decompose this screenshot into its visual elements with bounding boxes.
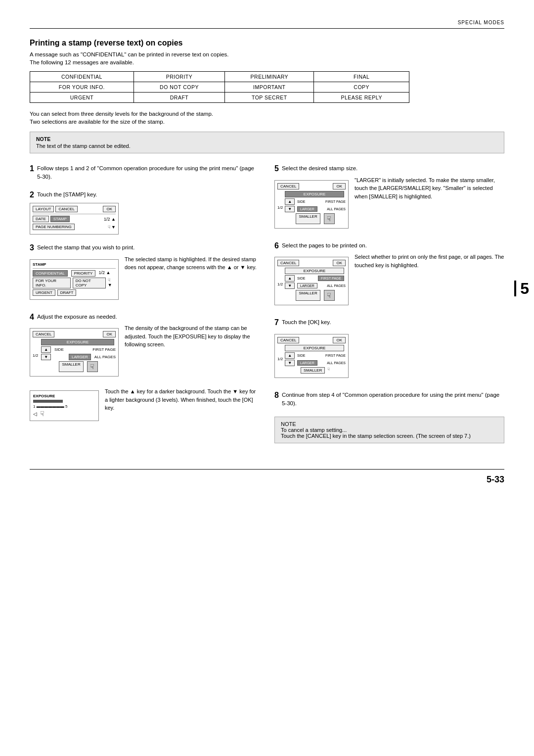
exp-slider: ◁ — [33, 411, 37, 417]
for-your-info-btn: FOR YOUR INFO. — [33, 278, 71, 288]
urgent-btn-s3: URGENT — [33, 289, 55, 296]
step-2-number: 2 — [30, 190, 34, 199]
all-pages-s4a: ALL PAGES — [94, 355, 116, 359]
page-ind-s3: 1/2 ▲ — [98, 270, 110, 277]
step-1-text: Follow steps 1 and 2 of "Common operatio… — [37, 164, 260, 182]
note-bottom-title: NOTE — [281, 421, 498, 427]
half-s6: 1/2 — [277, 282, 283, 286]
stamp-option-cell: IMPORTANT — [225, 82, 314, 93]
exposure-s6: EXPOSURE — [285, 268, 344, 274]
cancel-s4a: CANCEL — [33, 331, 54, 337]
stamp-option-cell: DO NOT COPY — [134, 82, 224, 93]
hand-icon-s4a: ☟ — [87, 361, 98, 372]
ok-s7: OK — [333, 337, 346, 343]
larger-s4a: LARGER — [69, 354, 91, 360]
smaller-s7: SMALLER — [301, 367, 325, 374]
step-1: 1 Follow steps 1 and 2 of "Common operat… — [30, 164, 260, 182]
step-8: 8 Continue from step 4 of "Common operat… — [274, 391, 504, 408]
down-s6: ▼ — [285, 283, 295, 289]
larger-s6: LARGER — [297, 283, 317, 288]
half-s7: 1/2 — [277, 357, 283, 361]
all-pages-s6: ALL PAGES — [327, 284, 346, 287]
step-5: 5 Select the desired stamp size. CANCEL … — [274, 164, 504, 233]
step-4-number: 4 — [30, 313, 34, 322]
page-title: Printing a stamp (reverse text) on copie… — [30, 39, 504, 47]
exposure-s7: EXPOSURE — [285, 345, 344, 351]
hand-s5: ☟ — [324, 213, 335, 224]
step-4: 4 Adjust the exposure as needed. CANCEL … — [30, 313, 260, 425]
stamp-option-cell: CONFIDENTIAL — [30, 72, 134, 82]
step-2-mockup: LAYOUT CANCEL OK DATE STAMP 1/2 ▲ PAGE N… — [30, 203, 119, 235]
chapter-marker: 5 — [514, 281, 529, 296]
stamp-option-cell: PRELIMINARY — [225, 72, 314, 82]
stamp-option-cell: DRAFT — [134, 93, 224, 103]
side-s6: SIDE — [297, 277, 305, 280]
step-7: 7 Touch the [OK] key. CANCEL OK 1/2 EXPO… — [274, 318, 504, 382]
exposure-bar — [33, 400, 63, 403]
intro-line-2: The following 12 messages are available. — [30, 59, 504, 65]
stamp-option-cell: PRIORITY — [134, 72, 224, 82]
smaller-s4a: SMALLER — [59, 361, 83, 372]
cancel-btn-s2: CANCEL — [55, 206, 77, 212]
step-4b-desc: Touch the ▲ key for a darker background.… — [105, 387, 260, 412]
stamp-label-s3: STAMP — [33, 262, 116, 267]
intro-line-1: A message such as "CONFIDENTIAL" can be … — [30, 51, 504, 57]
note-title: NOTE — [36, 136, 498, 142]
step-4-text: Adjust the exposure as needed. — [37, 313, 117, 321]
step-3-number: 3 — [30, 243, 34, 252]
density-line-2: Two selections are available for the siz… — [30, 119, 504, 125]
right-column: 5 Select the desired stamp size. CANCEL … — [274, 164, 504, 454]
stamp-option-cell: PLEASE REPLY — [314, 93, 409, 103]
exposure-label-s4b: EXPOSURE — [33, 394, 95, 398]
step-6-desc: Select whether to print on only the firs… — [355, 253, 504, 269]
page-numbering-btn: PAGE NUMBERING — [33, 224, 75, 230]
density-line-1: You can select from three density levels… — [30, 111, 504, 117]
step-7-mockup: CANCEL OK 1/2 EXPOSURE ▲ SIDE FIRST PAGE — [274, 334, 349, 378]
page-footer: 5-33 — [30, 469, 504, 485]
step-5-number: 5 — [274, 164, 279, 173]
first-page-s5: FIRST PAGE — [325, 200, 346, 203]
left-column: 1 Follow steps 1 and 2 of "Common operat… — [30, 164, 260, 454]
note-bottom-line-2: Touch the [CANCEL] key in the stamp sele… — [281, 433, 498, 439]
side-s5: SIDE — [297, 200, 305, 203]
ok-s6: OK — [333, 260, 346, 266]
step-6: 6 Select the pages to be printed on. CAN… — [274, 241, 504, 310]
half-s5: 1/2 — [277, 205, 283, 210]
note-bottom-line-1: To cancel a stamp setting... — [281, 427, 498, 433]
cancel-s6: CANCEL — [277, 260, 299, 266]
first-page-s4a: FIRST PAGE — [92, 347, 116, 352]
step-3-mockup: STAMP CONFIDENTIAL PRIORITY 1/2 ▲ FOR YO… — [30, 259, 119, 300]
cancel-s7: CANCEL — [277, 337, 299, 343]
ok-btn-s2: OK — [103, 206, 116, 212]
stamp-option-cell: COPY — [314, 82, 409, 93]
step-8-text: Continue from step 4 of "Common operatio… — [282, 391, 504, 408]
hand-s2: ☟ ▼ — [108, 225, 116, 230]
page-indicator-s2: 1/2 ▲ — [104, 217, 116, 222]
step-6-text: Select the pages to be printed on. — [282, 241, 367, 250]
up-s4a: ▲ — [41, 346, 51, 353]
hand-s7: ☟ — [327, 367, 330, 374]
step-3-desc: The selected stamp is highlighted. If th… — [125, 255, 260, 272]
step-5-desc: "LARGER" is initially selected. To make … — [355, 176, 504, 201]
down-s4a: ▼ — [41, 354, 51, 360]
first-page-s7: FIRST PAGE — [325, 354, 346, 357]
confidential-btn: CONFIDENTIAL — [33, 270, 68, 277]
stamp-option-cell: FOR YOUR INFO. — [30, 82, 134, 93]
step-1-number: 1 — [30, 164, 34, 173]
stamp-options-table: CONFIDENTIALPRIORITYPRELIMINARYFINALFOR … — [30, 71, 409, 103]
all-pages-s5: ALL PAGES — [327, 207, 346, 211]
page-number: 5-33 — [487, 474, 504, 485]
cancel-s5: CANCEL — [277, 183, 299, 189]
half-s4a: 1/2 — [33, 353, 38, 358]
ok-s5: OK — [333, 183, 346, 189]
note-text: The text of the stamp cannot be edited. — [36, 143, 498, 149]
step-4a-desc: The density of the background of the sta… — [125, 324, 260, 349]
step-6-mockup: CANCEL OK 1/2 EXPOSURE ▲ SIDE FIRST PAGE — [274, 257, 349, 305]
step-3-text: Select the stamp that you wish to print. — [37, 243, 135, 252]
down-s5: ▼ — [285, 206, 295, 212]
all-pages-s7: ALL PAGES — [327, 361, 346, 365]
stamp-option-cell: FINAL — [314, 72, 409, 82]
exposure-btn-s4a: EXPOSURE — [41, 339, 114, 345]
smaller-s5: SMALLER — [296, 213, 320, 224]
up-s6: ▲ — [285, 275, 295, 282]
